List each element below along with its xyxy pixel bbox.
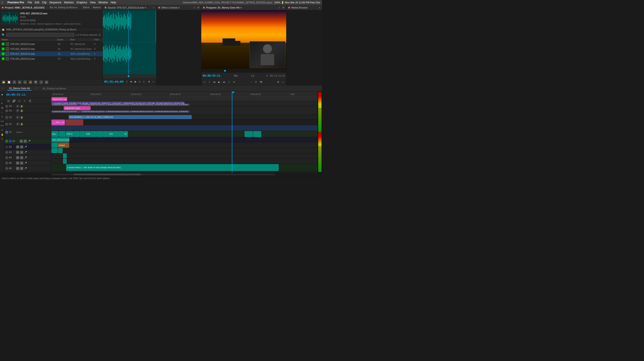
v1-toggle[interactable]	[5, 131, 8, 134]
effects-tab[interactable]: Effects	[83, 6, 90, 9]
tool-ripple[interactable]: ⊨	[0, 101, 4, 105]
source-insert[interactable]: +	[152, 79, 155, 84]
prog-loop[interactable]: ↺	[232, 80, 236, 84]
mb-close-btn[interactable]	[288, 7, 290, 8]
v3-lock[interactable]: 🔒	[20, 116, 23, 119]
a4-s[interactable]: S	[20, 156, 23, 159]
prog-menu-icon[interactable]: ≡	[279, 6, 280, 9]
prog-close-btn[interactable]	[203, 7, 205, 8]
v5-lock[interactable]: 🔒	[20, 105, 23, 108]
clip-a2-025[interactable]: 025_20210113.wav	[52, 137, 69, 142]
clip-a1-ste4[interactable]: STE-	[85, 131, 90, 137]
clip-a3-impact[interactable]: Impact	[58, 143, 69, 148]
a3-m[interactable]: M	[16, 151, 19, 154]
ec-menu-icon[interactable]: ≡	[194, 6, 195, 9]
tool-type[interactable]: T	[0, 137, 4, 141]
a5-s[interactable]: S	[20, 161, 23, 165]
clip-a7-desert[interactable]: 2 Desert Wind 2 - Soft, Build To Hard St…	[66, 164, 278, 171]
tl-settings[interactable]: ☰	[28, 99, 32, 103]
clip-v4-sub-4[interactable]: A SPARTAN MEDIA ACQUISITION	[130, 104, 154, 106]
clip-v4-sub-2[interactable]: A SPARTAN MEDIA ACQUISITION	[81, 104, 105, 106]
clip-v4-sub-1[interactable]: A SPARTAN MEDIA ACQUISITION	[52, 104, 80, 106]
ec-expand-icon[interactable]: ⊞	[197, 6, 199, 9]
v2-lock[interactable]: 🔒	[20, 123, 23, 126]
clip-a3-ste[interactable]	[52, 143, 58, 148]
menu-edit[interactable]: Edit	[35, 1, 39, 4]
clip-v1-pink[interactable]: _1_0001_C0000.mov	[52, 119, 65, 125]
clip-v4-sub-3[interactable]: A SPARTAN MEDIA ACQUISITION	[105, 104, 129, 106]
prog-step-back[interactable]: ⏮	[212, 80, 216, 84]
program-scrubber-thumb[interactable]	[224, 70, 226, 72]
v2-toggle[interactable]	[5, 123, 8, 126]
a5-toggle[interactable]	[5, 162, 8, 164]
tool-select[interactable]: ▲	[0, 92, 4, 96]
markers-tab[interactable]: Markers	[93, 6, 101, 9]
prog-zoom-to-fit[interactable]: ⊕	[265, 73, 270, 78]
prog-fit-dropdown[interactable]: Fit ▾	[231, 73, 240, 78]
source-mark-out[interactable]: }	[142, 79, 146, 84]
program-video[interactable]	[201, 10, 286, 69]
clip-a1-ste0[interactable]	[59, 131, 65, 137]
prog-add-marker[interactable]: ◇	[202, 80, 206, 84]
prog-export-frame[interactable]: 📷	[259, 80, 263, 84]
clip-v3-sub-4[interactable]: A SPARTAN MEDIA ACQUISITION	[130, 111, 154, 113]
clip-v3-sub-5[interactable]: A SPARTAN MEDIA ACQUISITION	[154, 111, 178, 113]
clip-a1-ste5[interactable]	[91, 131, 97, 137]
tool-rate-stretch[interactable]: ↔	[0, 110, 4, 114]
clip-v2-main[interactable]: M16-0636MLV_1_2021-01-16_0001_C0000.mov	[69, 115, 192, 119]
clip-v3-sub-2[interactable]: A SPARTAN MEDIA ACQUISITION	[81, 111, 105, 113]
clip-v3-adj[interactable]: Adjustment Layer	[64, 106, 90, 110]
icon-view-toggle[interactable]: ⊞	[18, 80, 22, 84]
source-close-btn[interactable]	[105, 7, 106, 8]
ec-close-btn[interactable]	[158, 7, 160, 8]
file-row-1[interactable]: ♪ STE-025_20210113.wav 04 RT_InteriorCar…	[0, 46, 103, 51]
clip-a1-ste3[interactable]	[80, 131, 85, 137]
mb-menu-icon[interactable]: ≡	[319, 6, 320, 9]
a2-s[interactable]: S	[20, 145, 23, 149]
a5-m[interactable]: M	[16, 161, 19, 165]
v2-eye[interactable]: 👁	[16, 123, 19, 126]
new-bin-icon[interactable]: 📁	[2, 80, 5, 84]
close-btn[interactable]	[2, 7, 4, 8]
list-view-toggle[interactable]: ☰	[12, 80, 16, 84]
clip-a5-1[interactable]	[63, 153, 67, 158]
menu-clip[interactable]: Clip	[42, 1, 47, 4]
prog-extract[interactable]: ⬆	[254, 80, 258, 84]
tl-linked[interactable]: 🔗	[12, 99, 16, 103]
tool-slip[interactable]: ⟺	[0, 119, 4, 123]
clip-a6-1[interactable]	[63, 159, 67, 164]
a6-toggle[interactable]	[5, 167, 8, 170]
delete-icon[interactable]: 🗑	[45, 80, 48, 84]
prog-play-stop[interactable]: ▶	[217, 80, 222, 84]
menu-graphics[interactable]: Graphics	[76, 1, 87, 4]
a6-m[interactable]: M	[16, 167, 19, 170]
search-input[interactable]	[6, 33, 74, 37]
clip-a1-far1[interactable]	[245, 131, 253, 137]
a3-toggle[interactable]	[5, 151, 8, 154]
scrollbar-thumb[interactable]	[74, 174, 141, 175]
source-mark-in[interactable]: {	[125, 79, 128, 84]
prog-button-editor[interactable]: +	[281, 80, 285, 84]
clip-a1-ste6[interactable]	[97, 131, 103, 137]
clip-a1-ste7[interactable]	[103, 131, 108, 137]
prog-settings[interactable]: ⚙	[276, 80, 280, 84]
clip-v3-sub-6[interactable]: A SPARTAN	[178, 111, 190, 113]
clip-v3-sub-3[interactable]: A SPARTAN MEDIA ACQUISITION	[105, 111, 129, 113]
clip-a4-1[interactable]	[52, 148, 58, 153]
clip-v3-sub-1[interactable]: A SPARTAN MEDIA ACQUISITION	[52, 111, 80, 113]
a3-s[interactable]: S	[20, 151, 23, 154]
timeline-tracks-scroll[interactable]: 00:00:34:23 00:00:39:23 00:00:44:22 00:0…	[52, 92, 318, 172]
tool-razor[interactable]: ✂	[0, 115, 4, 118]
prog-step-fwd[interactable]: ⏭	[222, 80, 226, 84]
source-menu-icon[interactable]: ≡	[153, 6, 154, 9]
clip-a4-2[interactable]	[58, 148, 62, 153]
tool-rolling[interactable]: ⊞	[0, 106, 4, 109]
automate-icon[interactable]: ⚡	[28, 80, 32, 84]
tl-snap[interactable]: ⊡	[6, 99, 11, 103]
clip-v4-sub-6[interactable]: A SPARTAN	[178, 104, 190, 106]
v5-toggle[interactable]	[5, 105, 8, 108]
bin-label[interactable]: Bin: 04_Picking Up Benny ▾	[50, 6, 77, 9]
new-item-icon[interactable]: 📄	[7, 80, 11, 84]
tool-slide[interactable]: ⟸	[0, 124, 4, 127]
source-play-in-out[interactable]: ▷	[138, 79, 141, 84]
